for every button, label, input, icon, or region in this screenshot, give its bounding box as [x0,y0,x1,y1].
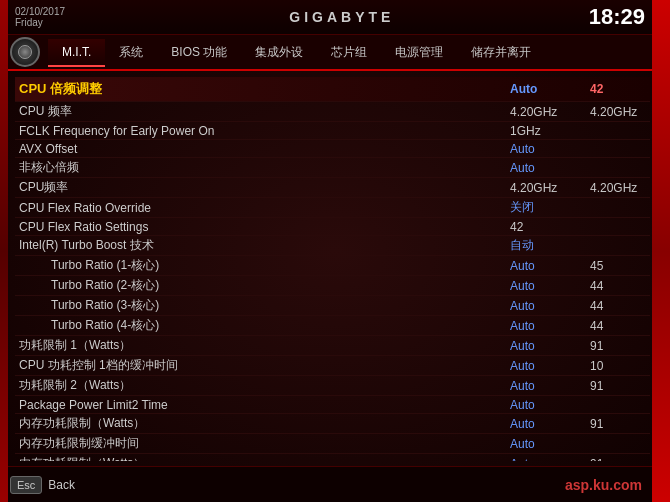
settings-row[interactable]: Intel(R) Turbo Boost 技术自动 [15,236,650,256]
settings-row[interactable]: Package Power Limit2 TimeAuto [15,396,650,414]
setting-name: Turbo Ratio (3-核心) [31,297,510,314]
setting-name: 非核心倍频 [15,159,510,176]
settings-row[interactable]: 非核心倍频Auto [15,158,650,178]
setting-name: CPU 频率 [15,103,510,120]
setting-name: Turbo Ratio (4-核心) [31,317,510,334]
setting-val1: Auto [510,142,590,156]
setting-val1: Auto [510,319,590,333]
setting-val1: Auto [510,398,590,412]
settings-row[interactable]: CPU Flex Ratio Override关闭 [15,198,650,218]
settings-row[interactable]: CPU 频率4.20GHz4.20GHz [15,102,650,122]
setting-val1: 4.20GHz [510,181,590,195]
setting-val2: 44 [590,299,650,313]
setting-val1: Auto [510,259,590,273]
settings-row[interactable]: CPU Flex Ratio Settings42 [15,218,650,236]
setting-val2: 91 [590,417,650,431]
setting-name: CPU 倍频调整 [15,80,510,98]
setting-name: FCLK Frequency for Early Power On [15,124,510,138]
settings-row[interactable]: Turbo Ratio (2-核心)Auto44 [15,276,650,296]
setting-val1: Auto [510,359,590,373]
setting-val2: 91 [590,339,650,353]
setting-val2: 44 [590,319,650,333]
setting-val1: 自动 [510,237,590,254]
setting-val2: 91 [590,379,650,393]
setting-name: 内存功耗限制缓冲时间 [15,435,510,452]
nav-tabs: M.I.T. 系统 BIOS 功能 集成外设 芯片组 电源管理 储存并离开 [0,35,670,71]
setting-val1: Auto [510,82,590,96]
setting-name: Turbo Ratio (2-核心) [31,277,510,294]
setting-name: 功耗限制 1（Watts） [15,337,510,354]
settings-row[interactable]: AVX OffsetAuto [15,140,650,158]
setting-name: 内存功耗限制（Watts） [15,455,510,461]
settings-row[interactable]: CPU 倍频调整Auto42 [15,77,650,102]
setting-name: CPU频率 [15,179,510,196]
setting-name: CPU Flex Ratio Settings [15,220,510,234]
back-label: Back [48,478,75,492]
setting-name: CPU Flex Ratio Override [15,201,510,215]
setting-name: Package Power Limit2 Time [15,398,510,412]
setting-val2: 45 [590,259,650,273]
header-time: 18:29 [589,6,645,28]
settings-row[interactable]: 内存功耗限制（Watts）Auto91 [15,454,650,461]
setting-val1: 1GHz [510,124,590,138]
setting-val2: 44 [590,279,650,293]
setting-val1: Auto [510,339,590,353]
setting-val2: 91 [590,457,650,462]
watermark: asp.ku.com [565,477,642,493]
setting-val1: 4.20GHz [510,105,590,119]
setting-name: AVX Offset [15,142,510,156]
header-datetime: 18:29 [589,6,645,28]
tab-power[interactable]: 电源管理 [381,38,457,69]
tab-integrated[interactable]: 集成外设 [241,38,317,69]
settings-row[interactable]: Turbo Ratio (3-核心)Auto44 [15,296,650,316]
setting-val1: Auto [510,417,590,431]
setting-val1: Auto [510,457,590,462]
tab-save-exit[interactable]: 储存并离开 [457,38,545,69]
header-date: 02/10/2017 Friday [15,6,95,28]
setting-val1: Auto [510,279,590,293]
header: 02/10/2017 Friday GIGABYTE 18:29 [0,0,670,35]
setting-val1: 42 [510,220,590,234]
setting-val2: 42 [590,82,650,96]
header-logo: GIGABYTE [95,9,589,25]
tab-system[interactable]: 系统 [105,38,157,69]
nav-logo [10,37,40,67]
setting-val2: 10 [590,359,650,373]
tab-bios[interactable]: BIOS 功能 [157,38,241,69]
settings-row[interactable]: 内存功耗限制缓冲时间Auto [15,434,650,454]
settings-row[interactable]: Turbo Ratio (4-核心)Auto44 [15,316,650,336]
esc-key[interactable]: Esc [10,476,42,494]
setting-val1: Auto [510,299,590,313]
setting-val2: 4.20GHz [590,181,650,195]
tab-chipset[interactable]: 芯片组 [317,38,381,69]
settings-row[interactable]: FCLK Frequency for Early Power On1GHz [15,122,650,140]
settings-row[interactable]: CPU 功耗控制 1档的缓冲时间Auto10 [15,356,650,376]
setting-name: Turbo Ratio (1-核心) [31,257,510,274]
setting-val1: Auto [510,437,590,451]
setting-val1: 关闭 [510,199,590,216]
setting-name: 功耗限制 2（Watts） [15,377,510,394]
settings-row[interactable]: CPU频率4.20GHz4.20GHz [15,178,650,198]
settings-row[interactable]: Turbo Ratio (1-核心)Auto45 [15,256,650,276]
setting-val1: Auto [510,161,590,175]
setting-val2: 4.20GHz [590,105,650,119]
settings-row[interactable]: 功耗限制 1（Watts）Auto91 [15,336,650,356]
settings-row[interactable]: 内存功耗限制（Watts）Auto91 [15,414,650,434]
setting-name: 内存功耗限制（Watts） [15,415,510,432]
settings-row[interactable]: 功耗限制 2（Watts）Auto91 [15,376,650,396]
settings-list: CPU 倍频调整Auto42CPU 频率4.20GHz4.20GHzFCLK F… [15,77,650,461]
setting-name: CPU 功耗控制 1档的缓冲时间 [15,357,510,374]
main-content: CPU 倍频调整Auto42CPU 频率4.20GHz4.20GHzFCLK F… [0,71,670,461]
footer: Esc Back asp.ku.com [0,466,652,502]
setting-val1: Auto [510,379,590,393]
tab-mit[interactable]: M.I.T. [48,39,105,67]
setting-name: Intel(R) Turbo Boost 技术 [15,237,510,254]
